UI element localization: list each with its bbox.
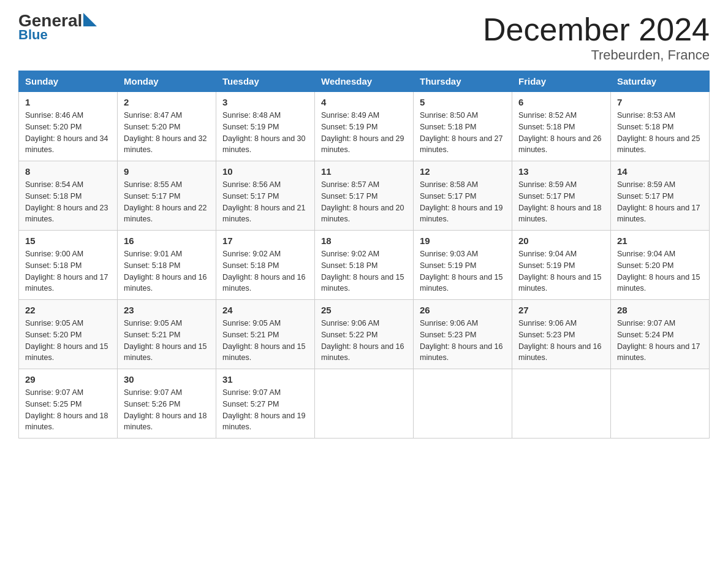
day-info: Sunrise: 8:47 AMSunset: 5:20 PMDaylight:… <box>124 110 210 156</box>
header-monday: Monday <box>118 71 216 92</box>
header-tuesday: Tuesday <box>216 71 315 92</box>
day-number: 17 <box>222 236 308 246</box>
calendar-day-cell: 31Sunrise: 9:07 AMSunset: 5:27 PMDayligh… <box>216 369 315 439</box>
calendar-day-cell: 12Sunrise: 8:58 AMSunset: 5:17 PMDayligh… <box>414 161 512 231</box>
calendar-table: Sunday Monday Tuesday Wednesday Thursday… <box>18 71 710 439</box>
day-number: 11 <box>321 166 407 177</box>
day-info: Sunrise: 8:53 AMSunset: 5:18 PMDaylight:… <box>617 110 703 156</box>
day-info: Sunrise: 9:03 AMSunset: 5:19 PMDaylight:… <box>420 248 506 294</box>
day-number: 1 <box>25 97 111 107</box>
day-number: 28 <box>617 305 703 315</box>
day-info: Sunrise: 9:05 AMSunset: 5:21 PMDaylight:… <box>222 318 308 364</box>
calendar-day-cell: 4Sunrise: 8:49 AMSunset: 5:19 PMDaylight… <box>315 92 414 161</box>
day-info: Sunrise: 8:48 AMSunset: 5:19 PMDaylight:… <box>222 110 308 156</box>
page-header: General Blue December 2024 Trebeurden, F… <box>18 12 710 63</box>
day-number: 5 <box>420 97 506 107</box>
title-section: December 2024 Trebeurden, France <box>483 12 710 63</box>
calendar-subtitle: Trebeurden, France <box>483 47 710 63</box>
calendar-day-cell: 13Sunrise: 8:59 AMSunset: 5:17 PMDayligh… <box>512 161 611 231</box>
day-info: Sunrise: 8:52 AMSunset: 5:18 PMDaylight:… <box>518 110 604 156</box>
day-number: 14 <box>617 166 703 177</box>
day-number: 18 <box>321 236 407 246</box>
calendar-day-cell <box>414 369 512 439</box>
calendar-title: December 2024 <box>483 12 710 47</box>
calendar-day-cell: 6Sunrise: 8:52 AMSunset: 5:18 PMDaylight… <box>512 92 611 161</box>
calendar-week-row: 15Sunrise: 9:00 AMSunset: 5:18 PMDayligh… <box>19 231 710 300</box>
calendar-day-cell: 28Sunrise: 9:07 AMSunset: 5:24 PMDayligh… <box>611 300 710 369</box>
day-info: Sunrise: 8:58 AMSunset: 5:17 PMDaylight:… <box>420 179 506 225</box>
calendar-day-cell: 27Sunrise: 9:06 AMSunset: 5:23 PMDayligh… <box>512 300 611 369</box>
day-info: Sunrise: 9:01 AMSunset: 5:18 PMDaylight:… <box>124 248 210 294</box>
day-info: Sunrise: 9:02 AMSunset: 5:18 PMDaylight:… <box>321 248 407 294</box>
header-wednesday: Wednesday <box>315 71 414 92</box>
day-number: 30 <box>124 374 210 385</box>
day-number: 7 <box>617 97 703 107</box>
calendar-day-cell: 3Sunrise: 8:48 AMSunset: 5:19 PMDaylight… <box>216 92 315 161</box>
calendar-day-cell: 10Sunrise: 8:56 AMSunset: 5:17 PMDayligh… <box>216 161 315 231</box>
calendar-week-row: 22Sunrise: 9:05 AMSunset: 5:20 PMDayligh… <box>19 300 710 369</box>
day-info: Sunrise: 9:06 AMSunset: 5:22 PMDaylight:… <box>321 318 407 364</box>
calendar-day-cell: 24Sunrise: 9:05 AMSunset: 5:21 PMDayligh… <box>216 300 315 369</box>
day-info: Sunrise: 9:07 AMSunset: 5:25 PMDaylight:… <box>25 387 111 433</box>
calendar-day-cell: 9Sunrise: 8:55 AMSunset: 5:17 PMDaylight… <box>118 161 216 231</box>
day-info: Sunrise: 8:54 AMSunset: 5:18 PMDaylight:… <box>25 179 111 225</box>
day-info: Sunrise: 8:59 AMSunset: 5:17 PMDaylight:… <box>518 179 604 225</box>
day-info: Sunrise: 9:04 AMSunset: 5:20 PMDaylight:… <box>617 248 703 294</box>
day-number: 21 <box>617 236 703 246</box>
day-number: 23 <box>124 305 210 315</box>
day-number: 6 <box>518 97 604 107</box>
day-number: 20 <box>518 236 604 246</box>
calendar-day-cell: 25Sunrise: 9:06 AMSunset: 5:22 PMDayligh… <box>315 300 414 369</box>
calendar-day-cell: 1Sunrise: 8:46 AMSunset: 5:20 PMDaylight… <box>19 92 118 161</box>
day-number: 26 <box>420 305 506 315</box>
calendar-day-cell: 7Sunrise: 8:53 AMSunset: 5:18 PMDaylight… <box>611 92 710 161</box>
day-number: 15 <box>25 236 111 246</box>
day-number: 4 <box>321 97 407 107</box>
calendar-week-row: 8Sunrise: 8:54 AMSunset: 5:18 PMDaylight… <box>19 161 710 231</box>
day-info: Sunrise: 9:04 AMSunset: 5:19 PMDaylight:… <box>518 248 604 294</box>
svg-marker-0 <box>83 13 97 26</box>
day-info: Sunrise: 9:02 AMSunset: 5:18 PMDaylight:… <box>222 248 308 294</box>
day-info: Sunrise: 8:46 AMSunset: 5:20 PMDaylight:… <box>25 110 111 156</box>
calendar-week-row: 29Sunrise: 9:07 AMSunset: 5:25 PMDayligh… <box>19 369 710 439</box>
logo-blue: Blue <box>18 27 97 43</box>
day-number: 3 <box>222 97 308 107</box>
day-number: 27 <box>518 305 604 315</box>
day-number: 19 <box>420 236 506 246</box>
day-number: 8 <box>25 166 111 177</box>
calendar-day-cell: 21Sunrise: 9:04 AMSunset: 5:20 PMDayligh… <box>611 231 710 300</box>
calendar-day-cell: 22Sunrise: 9:05 AMSunset: 5:20 PMDayligh… <box>19 300 118 369</box>
calendar-day-cell: 30Sunrise: 9:07 AMSunset: 5:26 PMDayligh… <box>118 369 216 439</box>
day-info: Sunrise: 8:55 AMSunset: 5:17 PMDaylight:… <box>124 179 210 225</box>
logo-triangle-icon <box>83 13 97 26</box>
calendar-day-cell: 26Sunrise: 9:06 AMSunset: 5:23 PMDayligh… <box>414 300 512 369</box>
calendar-day-cell: 15Sunrise: 9:00 AMSunset: 5:18 PMDayligh… <box>19 231 118 300</box>
day-info: Sunrise: 9:07 AMSunset: 5:26 PMDaylight:… <box>124 387 210 433</box>
day-info: Sunrise: 9:07 AMSunset: 5:27 PMDaylight:… <box>222 387 308 433</box>
calendar-header-row: Sunday Monday Tuesday Wednesday Thursday… <box>19 71 710 92</box>
day-info: Sunrise: 9:05 AMSunset: 5:21 PMDaylight:… <box>124 318 210 364</box>
calendar-day-cell: 14Sunrise: 8:59 AMSunset: 5:17 PMDayligh… <box>611 161 710 231</box>
calendar-day-cell <box>512 369 611 439</box>
calendar-day-cell: 17Sunrise: 9:02 AMSunset: 5:18 PMDayligh… <box>216 231 315 300</box>
day-number: 12 <box>420 166 506 177</box>
calendar-day-cell: 18Sunrise: 9:02 AMSunset: 5:18 PMDayligh… <box>315 231 414 300</box>
day-info: Sunrise: 9:00 AMSunset: 5:18 PMDaylight:… <box>25 248 111 294</box>
day-info: Sunrise: 9:06 AMSunset: 5:23 PMDaylight:… <box>518 318 604 364</box>
day-number: 16 <box>124 236 210 246</box>
calendar-day-cell <box>315 369 414 439</box>
day-number: 25 <box>321 305 407 315</box>
day-number: 13 <box>518 166 604 177</box>
day-number: 29 <box>25 374 111 385</box>
header-saturday: Saturday <box>611 71 710 92</box>
day-info: Sunrise: 8:56 AMSunset: 5:17 PMDaylight:… <box>222 179 308 225</box>
day-number: 2 <box>124 97 210 107</box>
day-info: Sunrise: 8:49 AMSunset: 5:19 PMDaylight:… <box>321 110 407 156</box>
day-info: Sunrise: 9:06 AMSunset: 5:23 PMDaylight:… <box>420 318 506 364</box>
day-info: Sunrise: 9:05 AMSunset: 5:20 PMDaylight:… <box>25 318 111 364</box>
day-info: Sunrise: 9:07 AMSunset: 5:24 PMDaylight:… <box>617 318 703 364</box>
logo: General Blue <box>18 12 97 43</box>
header-friday: Friday <box>512 71 611 92</box>
calendar-day-cell: 8Sunrise: 8:54 AMSunset: 5:18 PMDaylight… <box>19 161 118 231</box>
day-number: 9 <box>124 166 210 177</box>
